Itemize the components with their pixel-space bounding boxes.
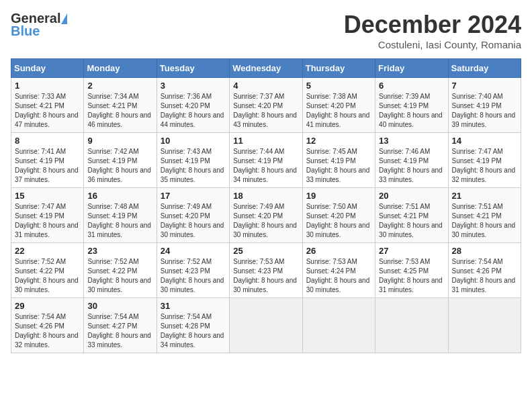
day-info: Sunrise: 7:42 AMSunset: 4:19 PMDaylight:… bbox=[87, 147, 152, 185]
day-info: Sunrise: 7:33 AMSunset: 4:21 PMDaylight:… bbox=[15, 92, 80, 130]
day-info: Sunrise: 7:54 AMSunset: 4:26 PMDaylight:… bbox=[15, 312, 80, 350]
day-info: Sunrise: 7:52 AMSunset: 4:23 PMDaylight:… bbox=[161, 257, 226, 295]
calendar-cell: 25Sunrise: 7:53 AMSunset: 4:23 PMDayligh… bbox=[230, 243, 302, 298]
weekday-header-tuesday: Tuesday bbox=[157, 59, 229, 78]
calendar-cell bbox=[230, 298, 302, 353]
day-number: 10 bbox=[161, 136, 226, 146]
day-info: Sunrise: 7:51 AMSunset: 4:21 PMDaylight:… bbox=[452, 202, 517, 240]
calendar-cell: 28Sunrise: 7:54 AMSunset: 4:26 PMDayligh… bbox=[448, 243, 521, 298]
day-number: 15 bbox=[15, 191, 80, 201]
day-number: 21 bbox=[452, 191, 517, 201]
day-number: 2 bbox=[87, 81, 152, 91]
day-number: 5 bbox=[306, 81, 371, 91]
calendar-cell bbox=[448, 298, 521, 353]
month-title: December 2024 bbox=[344, 11, 521, 39]
day-number: 11 bbox=[233, 136, 298, 146]
location-title: Costuleni, Iasi County, Romania bbox=[344, 39, 521, 50]
calendar-cell: 7Sunrise: 7:40 AMSunset: 4:19 PMDaylight… bbox=[448, 78, 521, 133]
calendar-cell: 30Sunrise: 7:54 AMSunset: 4:27 PMDayligh… bbox=[84, 298, 157, 353]
logo: General Blue bbox=[11, 11, 67, 39]
calendar-cell: 20Sunrise: 7:51 AMSunset: 4:21 PMDayligh… bbox=[375, 188, 448, 243]
day-number: 31 bbox=[161, 301, 226, 311]
calendar-cell: 6Sunrise: 7:39 AMSunset: 4:19 PMDaylight… bbox=[375, 78, 448, 133]
day-number: 13 bbox=[379, 136, 444, 146]
weekday-header-thursday: Thursday bbox=[302, 59, 375, 78]
day-number: 30 bbox=[87, 301, 152, 311]
calendar-cell: 11Sunrise: 7:44 AMSunset: 4:19 PMDayligh… bbox=[230, 133, 302, 188]
calendar-cell: 2Sunrise: 7:34 AMSunset: 4:21 PMDaylight… bbox=[84, 78, 157, 133]
calendar-cell: 24Sunrise: 7:52 AMSunset: 4:23 PMDayligh… bbox=[157, 243, 229, 298]
day-info: Sunrise: 7:49 AMSunset: 4:20 PMDaylight:… bbox=[161, 202, 226, 240]
day-info: Sunrise: 7:38 AMSunset: 4:20 PMDaylight:… bbox=[306, 92, 371, 130]
calendar-cell: 13Sunrise: 7:46 AMSunset: 4:19 PMDayligh… bbox=[375, 133, 448, 188]
day-number: 18 bbox=[233, 191, 298, 201]
day-number: 27 bbox=[379, 246, 444, 256]
day-number: 1 bbox=[15, 81, 80, 91]
day-info: Sunrise: 7:36 AMSunset: 4:20 PMDaylight:… bbox=[161, 92, 226, 130]
day-info: Sunrise: 7:34 AMSunset: 4:21 PMDaylight:… bbox=[87, 92, 152, 130]
calendar-cell: 17Sunrise: 7:49 AMSunset: 4:20 PMDayligh… bbox=[157, 188, 229, 243]
day-number: 14 bbox=[452, 136, 517, 146]
day-number: 26 bbox=[306, 246, 371, 256]
calendar-cell bbox=[302, 298, 375, 353]
day-number: 17 bbox=[161, 191, 226, 201]
day-number: 12 bbox=[306, 136, 371, 146]
calendar-cell: 3Sunrise: 7:36 AMSunset: 4:20 PMDaylight… bbox=[157, 78, 229, 133]
calendar-cell: 23Sunrise: 7:52 AMSunset: 4:22 PMDayligh… bbox=[84, 243, 157, 298]
calendar-cell: 27Sunrise: 7:53 AMSunset: 4:25 PMDayligh… bbox=[375, 243, 448, 298]
calendar-cell: 12Sunrise: 7:45 AMSunset: 4:19 PMDayligh… bbox=[302, 133, 375, 188]
weekday-header-sunday: Sunday bbox=[11, 59, 84, 78]
weekday-header-wednesday: Wednesday bbox=[230, 59, 302, 78]
day-number: 20 bbox=[379, 191, 444, 201]
day-info: Sunrise: 7:37 AMSunset: 4:20 PMDaylight:… bbox=[233, 92, 298, 130]
day-number: 28 bbox=[452, 246, 517, 256]
weekday-header-friday: Friday bbox=[375, 59, 448, 78]
day-info: Sunrise: 7:54 AMSunset: 4:28 PMDaylight:… bbox=[161, 312, 226, 350]
calendar-cell: 9Sunrise: 7:42 AMSunset: 4:19 PMDaylight… bbox=[84, 133, 157, 188]
logo-blue-text: Blue bbox=[11, 24, 40, 39]
day-number: 29 bbox=[15, 301, 80, 311]
day-number: 16 bbox=[87, 191, 152, 201]
day-info: Sunrise: 7:41 AMSunset: 4:19 PMDaylight:… bbox=[15, 147, 80, 185]
calendar-cell: 29Sunrise: 7:54 AMSunset: 4:26 PMDayligh… bbox=[11, 298, 84, 353]
day-number: 9 bbox=[87, 136, 152, 146]
day-number: 23 bbox=[87, 246, 152, 256]
weekday-header-saturday: Saturday bbox=[448, 59, 521, 78]
day-number: 6 bbox=[379, 81, 444, 91]
day-info: Sunrise: 7:39 AMSunset: 4:19 PMDaylight:… bbox=[379, 92, 444, 130]
calendar-cell: 19Sunrise: 7:50 AMSunset: 4:20 PMDayligh… bbox=[302, 188, 375, 243]
calendar-cell: 5Sunrise: 7:38 AMSunset: 4:20 PMDaylight… bbox=[302, 78, 375, 133]
calendar-cell: 22Sunrise: 7:52 AMSunset: 4:22 PMDayligh… bbox=[11, 243, 84, 298]
day-info: Sunrise: 7:54 AMSunset: 4:27 PMDaylight:… bbox=[87, 312, 152, 350]
calendar-cell: 10Sunrise: 7:43 AMSunset: 4:19 PMDayligh… bbox=[157, 133, 229, 188]
day-info: Sunrise: 7:40 AMSunset: 4:19 PMDaylight:… bbox=[452, 92, 517, 130]
calendar-table: SundayMondayTuesdayWednesdayThursdayFrid… bbox=[11, 58, 521, 353]
calendar-cell bbox=[375, 298, 448, 353]
day-info: Sunrise: 7:53 AMSunset: 4:23 PMDaylight:… bbox=[233, 257, 298, 295]
day-info: Sunrise: 7:54 AMSunset: 4:26 PMDaylight:… bbox=[452, 257, 517, 295]
day-info: Sunrise: 7:53 AMSunset: 4:25 PMDaylight:… bbox=[379, 257, 444, 295]
day-number: 8 bbox=[15, 136, 80, 146]
day-info: Sunrise: 7:51 AMSunset: 4:21 PMDaylight:… bbox=[379, 202, 444, 240]
day-info: Sunrise: 7:49 AMSunset: 4:20 PMDaylight:… bbox=[233, 202, 298, 240]
calendar-cell: 1Sunrise: 7:33 AMSunset: 4:21 PMDaylight… bbox=[11, 78, 84, 133]
day-number: 25 bbox=[233, 246, 298, 256]
title-section: December 2024 Costuleni, Iasi County, Ro… bbox=[344, 11, 521, 50]
day-number: 22 bbox=[15, 246, 80, 256]
calendar-cell: 4Sunrise: 7:37 AMSunset: 4:20 PMDaylight… bbox=[230, 78, 302, 133]
day-info: Sunrise: 7:43 AMSunset: 4:19 PMDaylight:… bbox=[161, 147, 226, 185]
day-info: Sunrise: 7:52 AMSunset: 4:22 PMDaylight:… bbox=[15, 257, 80, 295]
day-number: 7 bbox=[452, 81, 517, 91]
calendar-cell: 8Sunrise: 7:41 AMSunset: 4:19 PMDaylight… bbox=[11, 133, 84, 188]
day-info: Sunrise: 7:48 AMSunset: 4:19 PMDaylight:… bbox=[87, 202, 152, 240]
calendar-cell: 15Sunrise: 7:47 AMSunset: 4:19 PMDayligh… bbox=[11, 188, 84, 243]
day-info: Sunrise: 7:45 AMSunset: 4:19 PMDaylight:… bbox=[306, 147, 371, 185]
day-info: Sunrise: 7:44 AMSunset: 4:19 PMDaylight:… bbox=[233, 147, 298, 185]
day-info: Sunrise: 7:46 AMSunset: 4:19 PMDaylight:… bbox=[379, 147, 444, 185]
day-number: 4 bbox=[233, 81, 298, 91]
calendar-cell: 14Sunrise: 7:47 AMSunset: 4:19 PMDayligh… bbox=[448, 133, 521, 188]
day-number: 24 bbox=[161, 246, 226, 256]
calendar-cell: 18Sunrise: 7:49 AMSunset: 4:20 PMDayligh… bbox=[230, 188, 302, 243]
day-info: Sunrise: 7:50 AMSunset: 4:20 PMDaylight:… bbox=[306, 202, 371, 240]
day-number: 3 bbox=[161, 81, 226, 91]
